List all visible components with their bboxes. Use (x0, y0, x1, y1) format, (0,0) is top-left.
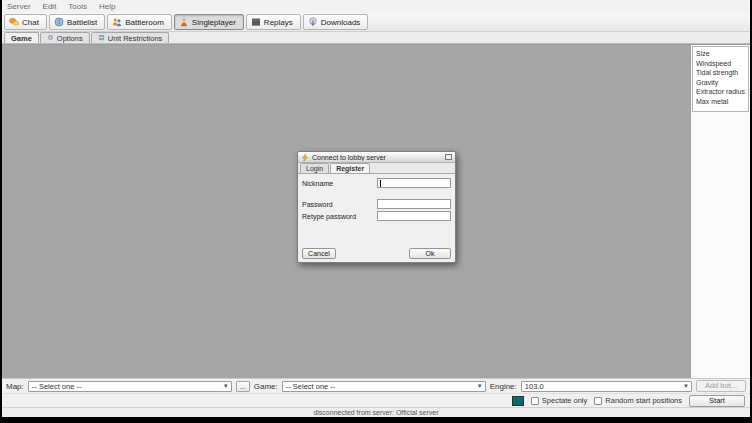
toolbar-label: Singleplayer (192, 18, 236, 27)
tab-options[interactable]: Options (40, 32, 90, 43)
tab-game[interactable]: Game (4, 32, 39, 43)
menu-edit[interactable]: Edit (43, 2, 57, 11)
toolbar-button-battleroom[interactable]: Battleroom (107, 14, 172, 30)
map-select-value: -- Select one -- (32, 382, 82, 391)
engine-select[interactable]: 103.0 ▼ (521, 381, 692, 392)
toolbar-button-chat[interactable]: Chat (4, 14, 47, 30)
nickname-row: Nickname (302, 178, 451, 188)
toolbar-label: Chat (22, 18, 39, 27)
spectate-only-label: Spectate only (542, 396, 587, 405)
menu-server[interactable]: Server (7, 2, 31, 11)
text-caret (380, 180, 381, 187)
person-icon (179, 17, 189, 27)
status-bar: disconnected from server: Official serve… (2, 407, 750, 417)
toolbar-label: Battlelist (67, 18, 97, 27)
main-toolbar: Chat Battlelist Battleroom Singleplayer … (2, 13, 750, 32)
map-label: Map: (6, 382, 24, 391)
dialog-tab-login[interactable]: Login (300, 163, 329, 173)
dialog-button-row: Cancel Ok (302, 248, 451, 259)
retype-password-row: Retype password (302, 211, 451, 221)
retype-password-label: Retype password (302, 213, 356, 220)
menu-tools[interactable]: Tools (68, 2, 87, 11)
download-icon (308, 17, 318, 27)
engine-label: Engine: (490, 382, 517, 391)
dialog-body: Nickname Password Retype password Cancel… (298, 174, 455, 262)
setup-row: Map: -- Select one -- ▼ ... Game: -- Sel… (2, 378, 750, 393)
retype-password-input[interactable] (377, 211, 451, 221)
toolbar-label: Replays (264, 18, 293, 27)
toolbar-label: Downloads (321, 18, 361, 27)
status-text: disconnected from server: Official serve… (313, 409, 438, 416)
password-row: Password (302, 199, 451, 209)
random-start-label: Random start positions (605, 396, 682, 405)
menu-bar: Server Edit Tools Help (2, 0, 750, 13)
map-detail-label: Gravity (696, 78, 747, 88)
map-details-box: Size Windspeed Tidal strength Gravity Ex… (692, 46, 749, 112)
map-browse-button[interactable]: ... (236, 381, 250, 392)
map-detail-label: Max metal (696, 97, 747, 107)
spectate-only-checkbox[interactable] (531, 397, 539, 405)
map-detail-label: Tidal strength (696, 68, 747, 78)
map-detail-label: Extractor radius (696, 87, 747, 97)
tab-label: Game (11, 34, 32, 43)
dialog-close-icon[interactable] (445, 154, 452, 160)
nickname-label: Nickname (302, 180, 333, 187)
menu-help[interactable]: Help (99, 2, 115, 11)
dialog-titlebar[interactable]: Connect to lobby server (298, 152, 455, 163)
chevron-down-icon: ▼ (477, 383, 483, 389)
map-detail-label: Size (696, 49, 747, 59)
nickname-input[interactable] (377, 178, 451, 188)
map-details-panel: Size Windspeed Tidal strength Gravity Ex… (690, 45, 750, 378)
tab-unit-restrictions[interactable]: Unit Restrictions (91, 32, 170, 43)
unit-restrictions-icon (98, 34, 105, 43)
engine-select-value: 103.0 (525, 382, 544, 391)
chat-icon (9, 17, 19, 27)
globe-icon (54, 17, 64, 27)
toolbar-button-battlelist[interactable]: Battlelist (49, 14, 105, 30)
map-select[interactable]: -- Select one -- ▼ (28, 381, 232, 392)
map-detail-label: Windspeed (696, 59, 747, 69)
dialog-tab-row: Login Register (298, 163, 455, 174)
toolbar-button-singleplayer[interactable]: Singleplayer (174, 14, 244, 30)
singleplayer-tab-row: Game Options Unit Restrictions (2, 32, 750, 44)
dialog-title: Connect to lobby server (312, 154, 442, 161)
chevron-down-icon: ▼ (223, 383, 229, 389)
tab-label: Options (57, 34, 83, 43)
ok-button[interactable]: Ok (409, 248, 451, 259)
start-button[interactable]: Start (689, 395, 745, 407)
tab-label: Unit Restrictions (108, 34, 163, 43)
game-label: Game: (254, 382, 278, 391)
chevron-down-icon: ▼ (683, 383, 689, 389)
add-bot-button[interactable]: Add bot... (696, 380, 746, 392)
team-color-button[interactable] (512, 396, 524, 406)
users-icon (112, 17, 122, 27)
game-select[interactable]: -- Select one -- ▼ (282, 381, 486, 392)
start-options-row: Spectate only Random start positions Sta… (2, 393, 750, 407)
toolbar-label: Battleroom (125, 18, 164, 27)
dialog-tab-register[interactable]: Register (330, 163, 370, 173)
random-start-group: Random start positions (594, 396, 682, 405)
clapperboard-icon (251, 17, 261, 27)
options-icon (47, 34, 54, 43)
toolbar-button-replays[interactable]: Replays (246, 14, 301, 30)
cancel-button[interactable]: Cancel (302, 248, 336, 259)
game-select-value: -- Select one -- (286, 382, 336, 391)
connect-dialog: Connect to lobby server Login Register N… (297, 151, 456, 263)
spectate-only-group: Spectate only (531, 396, 587, 405)
random-start-checkbox[interactable] (594, 397, 602, 405)
password-input[interactable] (377, 199, 451, 209)
toolbar-button-downloads[interactable]: Downloads (303, 14, 369, 30)
password-label: Password (302, 201, 333, 208)
